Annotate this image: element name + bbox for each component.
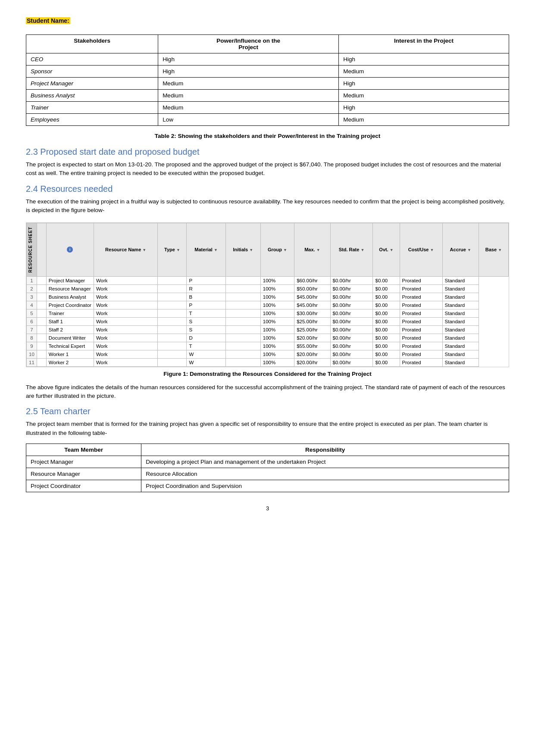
resource-costuse-cell: $0.00 [373,276,400,284]
resource-max-cell: 100% [260,325,294,334]
charter-row: Project Manager Developing a project Pla… [26,456,509,468]
resource-name-cell: Project Manager [46,276,94,284]
resource-type-cell: Work [94,293,158,301]
resource-material-cell [158,334,187,342]
resource-material-cell [158,325,187,334]
resource-stdrate-cell: $25.00/hr [294,325,330,334]
resource-max-cell: 100% [260,350,294,358]
resource-costuse-cell: $0.00 [373,301,400,309]
resource-row-icon [37,342,46,350]
table-2-caption: Table 2: Showing the stakeholders and th… [26,133,509,139]
resource-ovt-cell: $0.00/hr [330,342,373,350]
resource-accrue-cell: Prorated [400,342,442,350]
resource-name-cell: Technical Expert [46,342,94,350]
resource-base-cell: Standard [442,293,479,301]
resource-accrue-cell: Prorated [400,350,442,358]
resource-max-col: Max. ▼ [294,223,330,277]
stakeholder-power: Medium [158,90,339,102]
resource-material-cell [158,301,187,309]
resource-row-num: 11 [27,358,37,366]
resource-group-cell [225,358,260,366]
charter-row: Resource Manager Resource Allocation [26,468,509,480]
resource-base-cell: Standard [442,358,479,366]
resource-ovt-cell: $0.00/hr [330,293,373,301]
resource-base-cell: Standard [442,334,479,342]
resource-row: 11 Worker 2 Work W 100% $20.00/hr $0.00/… [27,358,509,366]
resource-group-cell [225,284,260,293]
charter-responsibility-cell: Project Coordination and Supervision [141,480,509,492]
resource-max-cell: 100% [260,342,294,350]
resource-row-num: 4 [27,301,37,309]
stakeholders-row: Business Analyst Medium Medium [26,90,509,102]
resource-ovt-cell: $0.00/hr [330,276,373,284]
resource-costuse-cell: $0.00 [373,334,400,342]
resource-max-cell: 100% [260,309,294,317]
resource-name-col: Resource Name ▼ [94,223,158,277]
page-number: 3 [26,505,509,512]
resource-stdrate-cell: $45.00/hr [294,301,330,309]
stakeholder-interest: Medium [339,90,509,102]
charter-member-cell: Resource Manager [26,468,141,480]
resource-base-cell: Standard [442,309,479,317]
resource-base-cell: Standard [442,325,479,334]
stakeholders-header-col1: Stakeholders [26,35,158,53]
charter-responsibility-cell: Developing a project Plan and management… [141,456,509,468]
resource-type-cell: Work [94,325,158,334]
resource-initials-cell: S [187,325,225,334]
stakeholder-power: Medium [158,102,339,114]
resource-type-cell: Work [94,342,158,350]
resource-ovt-cell: $0.00/hr [330,309,373,317]
resource-row: 2 Resource Manager Work R 100% $50.00/hr… [27,284,509,293]
resource-stdrate-cell: $60.00/hr [294,276,330,284]
resource-max-cell: 100% [260,358,294,366]
stakeholder-name: Project Manager [26,78,158,90]
stakeholder-power: High [158,53,339,66]
resource-row-icon [37,276,46,284]
resource-sheet-figure: RESOURCE SHEET i Resource Name ▼ Type ▼ … [26,222,509,367]
resource-row-icon [37,301,46,309]
resource-row-num: 1 [27,276,37,284]
student-name-label: Student Name: [26,17,70,24]
resource-name-cell: Staff 2 [46,325,94,334]
section-2-4-after-body: The above figure indicates the details o… [26,383,509,401]
resource-name-cell: Business Analyst [46,293,94,301]
section-2-5-heading: 2.5 Team charter [26,406,509,416]
resource-max-cell: 100% [260,301,294,309]
resource-costuse-cell: $0.00 [373,358,400,366]
stakeholder-interest: High [339,53,509,66]
stakeholder-interest: Medium [339,114,509,126]
charter-member-cell: Project Manager [26,456,141,468]
resource-initials-cell: P [187,301,225,309]
section-2-3-body: The project is expected to start on Mon … [26,160,509,178]
resource-table-side-col: RESOURCE SHEET [27,223,37,277]
charter-member-header: Team Member [26,444,141,456]
resource-material-cell [158,317,187,325]
stakeholder-interest: High [339,78,509,90]
resource-row-num: 8 [27,334,37,342]
stakeholder-name: CEO [26,53,158,66]
resource-stdrate-cell: $20.00/hr [294,334,330,342]
resource-group-cell [225,301,260,309]
resource-type-cell: Work [94,358,158,366]
resource-type-cell: Work [94,276,158,284]
resource-ovt-cell: $0.00/hr [330,334,373,342]
resource-row-num: 3 [27,293,37,301]
resource-stdrate-cell: $20.00/hr [294,350,330,358]
resource-base-cell: Standard [442,301,479,309]
resource-initials-cell: P [187,276,225,284]
resource-costuse-cell: $0.00 [373,342,400,350]
resource-material-col: Material ▼ [187,223,225,277]
resource-ovt-cell: $0.00/hr [330,284,373,293]
resource-row-icon [37,317,46,325]
resource-name-cell: Trainer [46,309,94,317]
resource-initials-cell: T [187,309,225,317]
resource-max-cell: 100% [260,317,294,325]
resource-type-cell: Work [94,284,158,293]
resource-costuse-cell: $0.00 [373,350,400,358]
resource-group-cell [225,276,260,284]
resource-row-icon [37,325,46,334]
resource-accrue-col: Accrue ▼ [442,223,479,277]
stakeholders-header-col3: Interest in the Project [339,35,509,53]
resource-type-col: Type ▼ [158,223,187,277]
resource-name-cell: Project Coordinator [46,301,94,309]
